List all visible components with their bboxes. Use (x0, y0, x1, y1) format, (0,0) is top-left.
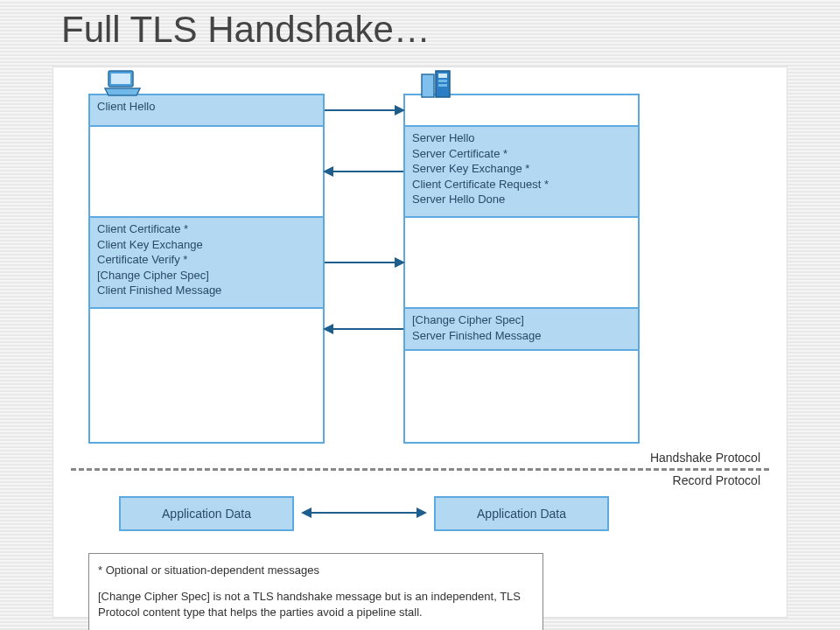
page-title: Full TLS Handshake… (61, 9, 430, 51)
footnote-line2: [Change Cipher Spec] is not a TLS handsh… (98, 589, 534, 620)
svg-rect-1 (111, 74, 130, 84)
client-row-cert-keyexchange: Client Certificate * Client Key Exchange… (90, 218, 323, 309)
server-icon (418, 69, 457, 106)
appdata-client-box: Application Data (119, 496, 294, 531)
server-row-hello: Server Hello Server Certificate * Server… (405, 127, 638, 218)
slide: Full TLS Handshake… Client Hello Client … (0, 0, 840, 630)
svg-rect-5 (438, 80, 447, 82)
protocol-divider (71, 468, 769, 471)
svg-rect-4 (438, 74, 447, 78)
svg-rect-6 (438, 84, 447, 87)
server-lifeline: Server Hello Server Certificate * Server… (403, 94, 640, 444)
arrow-server-finished (325, 328, 403, 330)
server-row-empty2 (405, 218, 638, 309)
arrow-client-hello (325, 109, 403, 111)
server-row-finished: [Change Cipher Spec] Server Finished Mes… (405, 309, 638, 351)
laptop-icon (103, 69, 142, 102)
appdata-server-box: Application Data (434, 496, 609, 531)
label-record-protocol: Record Protocol (673, 473, 760, 487)
footnote-box: * Optional or situation-dependent messag… (88, 553, 543, 630)
client-row-empty2 (90, 309, 323, 438)
footnote-line1: * Optional or situation-dependent messag… (98, 563, 534, 578)
client-lifeline: Client Hello Client Certificate * Client… (88, 94, 325, 444)
arrow-server-hello (325, 171, 403, 172)
client-row-empty1 (90, 127, 323, 218)
message-arrows (325, 94, 403, 444)
label-handshake-protocol: Handshake Protocol (650, 451, 760, 465)
svg-rect-2 (422, 74, 434, 97)
server-row-empty3 (405, 351, 638, 438)
arrow-client-keyexchange (325, 262, 403, 263)
appdata-arrow-bidir (303, 512, 425, 514)
diagram-canvas: Client Hello Client Certificate * Client… (52, 66, 788, 618)
footnote-spacer (98, 580, 534, 587)
